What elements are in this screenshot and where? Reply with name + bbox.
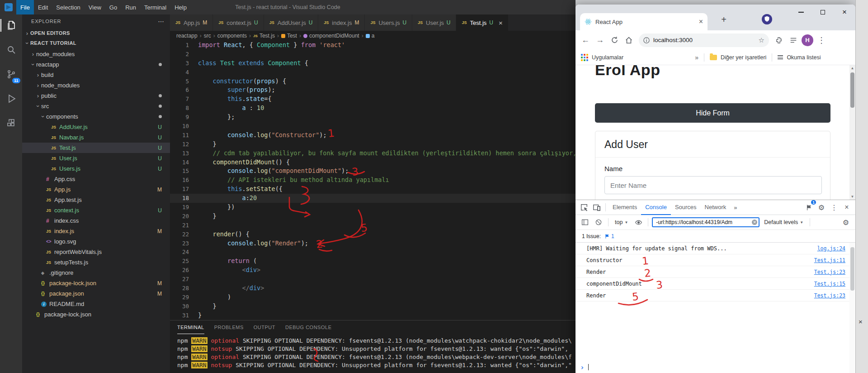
tab-close-icon[interactable]: × [499,19,503,27]
console-prompt[interactable]: › [576,361,855,373]
maximize-button[interactable] [812,5,834,20]
tree-item-App.test.js[interactable]: JSApp.test.js [22,195,170,205]
breadcrumb-item-src[interactable]: src [204,33,211,39]
live-expression-eye-icon[interactable] [632,216,644,228]
tree-item-node_modules[interactable]: ›node_modules [22,49,170,59]
code-line[interactable]: 28 </div> [170,284,576,293]
devtools-scrollbar[interactable] [849,243,855,373]
code-line[interactable]: 20 } [170,212,576,221]
breadcrumb-item-componentDidMount[interactable]: componentDidMount [303,33,359,39]
code-line[interactable]: 18 a:20 [170,194,576,203]
tree-item-setupTests.js[interactable]: JSsetupTests.js [22,257,170,268]
devtools-tab-elements[interactable]: Elements [609,200,641,215]
run-debug-icon[interactable] [4,91,19,106]
code-line[interactable]: 17 this.setState({ [170,185,576,194]
minimize-button[interactable] [790,5,812,20]
menu-edit[interactable]: Edit [34,0,52,14]
open-editors-section[interactable]: › OPEN EDITORS [22,28,170,38]
code-line[interactable]: 11 console.log("Constructor"); [170,131,576,140]
devtools-tab-sources[interactable]: Sources [671,200,701,215]
background-close-icon[interactable]: × [859,318,863,325]
explorer-icon[interactable] [4,18,19,33]
console-filter[interactable]: ✕ [652,217,760,227]
url-text[interactable]: localhost:3000 [653,37,755,43]
menu-file[interactable]: File [16,0,34,14]
tab-close-icon[interactable]: × [699,18,703,25]
tree-item-Navbar.js[interactable]: JSNavbar.jsU [22,132,170,143]
apps-grid-icon[interactable] [581,54,588,61]
address-bar[interactable]: localhost:3000 ☆ [639,33,769,47]
devtools-menu-icon[interactable]: ⋮ [828,201,840,213]
extensions-puzzle-icon[interactable] [773,34,785,47]
code-line[interactable]: 3class Test extends Component { [170,59,576,68]
menu-help[interactable]: Help [170,0,191,14]
shield-extension-icon[interactable] [762,14,772,26]
tree-item-package.json[interactable]: {}package.jsonM [22,288,170,299]
bookmark-reading-list[interactable]: Okuma listesi [787,54,821,61]
tree-item-App.js[interactable]: JSApp.jsM [22,184,170,195]
profile-avatar[interactable]: H [802,34,813,46]
panel-tab-output[interactable]: OUTPUT [254,320,275,334]
source-control-icon[interactable]: 11 [4,67,19,81]
tree-item-src[interactable]: ›src [22,101,170,111]
hide-form-button[interactable]: Hide Form [595,103,830,123]
new-tab-button[interactable]: + [718,14,729,25]
editor-tab-Test.js[interactable]: JSTest.jsU× [456,14,508,31]
bookmarks-overflow-icon[interactable]: » [695,54,698,61]
tree-item-Test.js[interactable]: JSTest.jsU [22,143,170,153]
search-icon[interactable] [4,43,19,57]
code-line[interactable]: 25 return ( [170,257,576,266]
name-input[interactable] [604,176,822,194]
code-line[interactable]: 10 [170,122,576,131]
code-line[interactable]: 9 }; [170,113,576,122]
code-line[interactable]: 13 // cdm tab yapılabiliyor, bu fonk say… [170,149,576,158]
tree-item-README.md[interactable]: iREADME.md [22,299,170,309]
tree-item-public[interactable]: ›public [22,91,170,101]
reload-icon[interactable] [608,34,621,47]
code-line[interactable]: 15 console.log("componentDidMount"); [170,167,576,176]
tree-item-index.css[interactable]: #index.css [22,215,170,226]
code-line[interactable]: 16 // API istekleri bu method altında ya… [170,176,576,185]
inspect-element-icon[interactable] [578,201,590,213]
issues-flag-icon[interactable]: 1 [803,201,815,213]
issues-chip[interactable]: 1 [604,233,614,239]
panel-tab-debug-console[interactable]: DEBUG CONSOLE [285,320,331,334]
code-line[interactable]: 27 [170,275,576,284]
code-line[interactable]: 29 ) [170,293,576,302]
scroll-thumb[interactable] [850,247,854,291]
code-line[interactable]: 24 [170,248,576,257]
device-toolbar-icon[interactable] [591,201,603,213]
menu-go[interactable]: Go [105,0,121,14]
context-selector[interactable]: top▼ [612,219,631,225]
tree-item-User.js[interactable]: JSUser.jsU [22,153,170,163]
breadcrumb-item-Test.js[interactable]: JSTest.js [253,33,275,39]
explorer-actions-icon[interactable]: ⋯ [158,18,165,25]
code-line[interactable]: 30 } [170,302,576,311]
code-line[interactable]: 1import React, { Component } from 'react… [170,41,576,50]
log-levels-selector[interactable]: Default levels▼ [761,219,806,225]
menu-view[interactable]: View [85,0,105,14]
tree-item-Users.js[interactable]: JSUsers.jsU [22,163,170,174]
tree-item-AddUser.js[interactable]: JSAddUser.jsU [22,122,170,132]
editor-tab-User.js[interactable]: JSUser.jsU [412,14,456,31]
devtools-tab-network[interactable]: Network [701,200,731,215]
console-settings-icon[interactable]: ⚙ [840,216,852,228]
tree-item-reportWebVitals.js[interactable]: JSreportWebVitals.js [22,247,170,257]
code-line[interactable]: 22 render() { [170,230,576,239]
editor-tab-Users.js[interactable]: JSUsers.jsU [365,14,412,31]
breadcrumb-item-Test[interactable]: Test [281,33,297,39]
console-source-link[interactable]: log.js:24 [817,245,845,252]
devtools-close-icon[interactable]: × [841,201,853,213]
editor-tab-context.js[interactable]: JScontext.jsU [213,14,264,31]
tree-item-node_modules[interactable]: ›node_modules [22,80,170,91]
devtools-tab-console[interactable]: Console [641,200,671,215]
code-line[interactable]: 7 this.state={ [170,95,576,104]
tree-item-build[interactable]: ›build [22,70,170,80]
code-line[interactable]: 31} [170,311,576,320]
breadcrumb-item-a[interactable]: a [366,33,375,39]
code-editor[interactable]: 1import React, { Component } from 'react… [170,41,576,320]
bookmark-apps[interactable]: Uygulamalar [592,54,623,61]
reading-list-panel-icon[interactable] [787,34,800,47]
browser-menu-icon[interactable]: ⋮ [815,34,828,47]
code-line[interactable]: 6 super(props); [170,86,576,95]
